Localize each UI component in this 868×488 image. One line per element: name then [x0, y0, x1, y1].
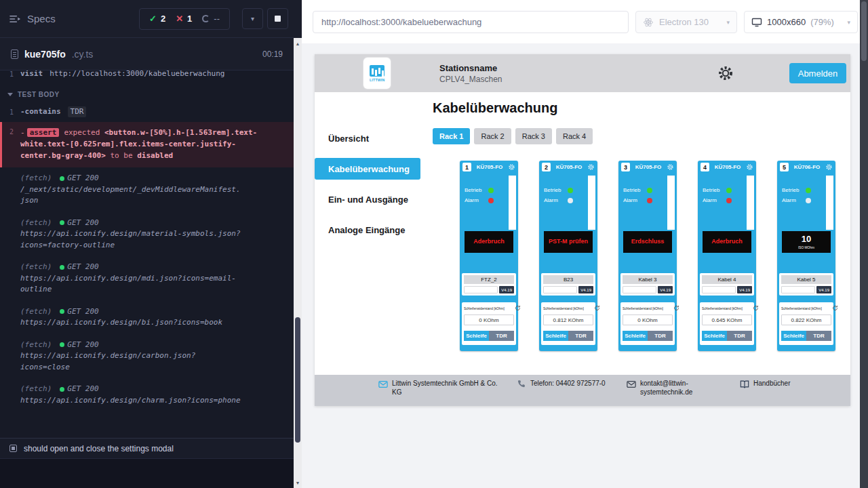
- device-settings-icon[interactable]: [667, 163, 674, 171]
- page-scrollbar-thumb[interactable]: [861, 1, 867, 61]
- contact-mail-icon: [378, 380, 388, 389]
- reporter-scrollbar[interactable]: ▲ ▼: [294, 0, 302, 488]
- sidebar-nav-item[interactable]: Ein- und Ausgänge: [315, 188, 420, 210]
- refresh-icon[interactable]: [594, 305, 600, 311]
- app-main: Kabelüberwachung Rack 1Rack 2Rack 3Rack …: [420, 92, 850, 375]
- refresh-icon[interactable]: [832, 305, 838, 311]
- viewport-select[interactable]: 1000x660 (79%) ▾: [744, 11, 858, 33]
- collapse-panel-button[interactable]: ▾: [242, 8, 263, 29]
- cable-name-field[interactable]: [623, 286, 656, 293]
- browser-toolbar: Electron 130 ▾ 1000x660 (79%) ▾: [302, 0, 860, 43]
- station-value: CPLV4_Maschen: [439, 75, 502, 84]
- cable-name-field[interactable]: [781, 286, 815, 293]
- device-measure-panel: Schleifenwiderstand [kOhm] 0 KOhm Schlei…: [620, 302, 675, 345]
- file-icon: [11, 49, 18, 59]
- cable-name: B23: [543, 275, 593, 284]
- app-window: LITTWIN Stationsname CPLV4_Maschen Abmel…: [315, 54, 850, 406]
- cable-name-field[interactable]: [702, 286, 736, 293]
- measure-label: Schleifenwiderstand [kOhm]: [543, 306, 584, 310]
- page-scrollbar[interactable]: [860, 0, 868, 488]
- fetch-url: https://api.iconify.design/bi.json?icons…: [20, 317, 244, 329]
- tdr-button[interactable]: TDR: [568, 331, 593, 341]
- stop-icon: [275, 16, 281, 22]
- footer-company: Littwin Systemtechnik GmbH & Co. KG: [378, 380, 507, 396]
- device-settings-icon[interactable]: [508, 163, 515, 171]
- refresh-icon[interactable]: [673, 305, 679, 311]
- rack-tab[interactable]: Rack 2: [474, 128, 511, 144]
- refresh-icon[interactable]: [753, 305, 759, 311]
- page-title: Kabelüberwachung: [433, 100, 850, 116]
- nav-item-label: Ein- und Ausgänge: [328, 195, 408, 205]
- device-settings-icon[interactable]: [825, 163, 833, 171]
- tdr-button[interactable]: TDR: [806, 331, 831, 341]
- cable-name-field[interactable]: [464, 286, 498, 293]
- footer-phone-text: Telefon: 04402 972577-0: [530, 380, 606, 388]
- scrollbar-cap: [294, 0, 302, 38]
- sidebar-nav-item[interactable]: Kabelüberwachung: [315, 158, 420, 180]
- schleife-button[interactable]: Schleife: [702, 331, 727, 341]
- fetch-status: GET 200: [67, 262, 98, 271]
- network-log-row[interactable]: (fetch)GET 200 https://api.iconify.desig…: [0, 334, 294, 379]
- schleife-button[interactable]: Schleife: [464, 331, 489, 341]
- test-stats[interactable]: ✓ 2 ✕ 1 --: [139, 8, 230, 30]
- phone-icon: [517, 380, 526, 389]
- scroll-up-arrow[interactable]: ▲: [294, 39, 302, 47]
- rack-tab[interactable]: Rack 1: [433, 128, 470, 144]
- network-log-row[interactable]: (fetch)GET 200 /_next/static/development…: [0, 167, 294, 212]
- device-settings-icon[interactable]: [587, 163, 595, 171]
- command-visit[interactable]: 1 visit http://localhost:3000/kabelueber…: [0, 70, 294, 83]
- refresh-icon[interactable]: [515, 305, 521, 311]
- scrollbar-thumb[interactable]: [295, 317, 300, 443]
- stop-tests-button[interactable]: [267, 8, 288, 29]
- schleife-button[interactable]: Schleife: [543, 331, 568, 341]
- resistance-value: 0 KOhm: [464, 314, 514, 325]
- scroll-down-arrow[interactable]: ▼: [294, 479, 302, 487]
- sidebar-nav-item[interactable]: Analoge Eingänge: [315, 219, 420, 241]
- network-log-row[interactable]: (fetch)GET 200 https://api.iconify.desig…: [0, 212, 294, 257]
- rack-tab[interactable]: Rack 4: [556, 128, 593, 144]
- alarm-led: [647, 198, 652, 203]
- browser-select[interactable]: Electron 130 ▾: [635, 11, 737, 33]
- tdr-button[interactable]: TDR: [648, 331, 673, 341]
- check-icon: ✓: [149, 14, 157, 24]
- command-contains[interactable]: 1 -contains TDR: [0, 104, 294, 121]
- device-model: KÜ705-FO: [553, 164, 585, 170]
- device-card-header: 5 KÜ706-FO: [777, 161, 835, 171]
- betrieb-label: Betrieb: [544, 187, 564, 193]
- sidebar-nav-item[interactable]: Übersicht: [315, 127, 420, 149]
- device-settings-icon[interactable]: [746, 163, 753, 171]
- assert-state: disabled: [137, 151, 173, 160]
- device-side-stripe: [509, 176, 516, 230]
- tdr-button[interactable]: TDR: [489, 331, 514, 341]
- chevron-down-icon: ▾: [847, 19, 850, 26]
- cable-name-field[interactable]: [543, 286, 577, 293]
- settings-gear-icon[interactable]: [717, 65, 734, 81]
- network-log-row[interactable]: (fetch)GET 200 https://api.iconify.desig…: [0, 378, 294, 411]
- spec-header[interactable]: kue705fo .cy.ts 00:19: [0, 38, 294, 70]
- network-log-row[interactable]: (fetch)GET 200 https://api.iconify.desig…: [0, 301, 294, 334]
- schleife-button[interactable]: Schleife: [623, 331, 648, 341]
- app-header: LITTWIN Stationsname CPLV4_Maschen Abmel…: [315, 54, 850, 92]
- specs-menu-button[interactable]: Specs: [9, 13, 56, 24]
- viewport-size: 1000x660: [767, 17, 806, 27]
- nav-item-label: Übersicht: [328, 134, 369, 144]
- failed-assert-command[interactable]: 2 -assertexpected <button.w-[50%].h-[1.5…: [0, 122, 294, 167]
- fetch-url: https://api.iconify.design/material-symb…: [20, 228, 244, 251]
- nav-item-label: Kabelüberwachung: [328, 164, 410, 174]
- network-logs: (fetch)GET 200 /_next/static/development…: [0, 167, 294, 411]
- network-log-row[interactable]: (fetch)GET 200 https://api.iconify.desig…: [0, 256, 294, 301]
- schleife-button[interactable]: Schleife: [781, 331, 806, 341]
- x-icon: ✕: [176, 14, 183, 24]
- footer-company-text: Littwin Systemtechnik GmbH & Co. KG: [392, 380, 507, 396]
- firmware-version: V4.19: [499, 286, 514, 293]
- pending-test-row[interactable]: should open and close the settings modal: [0, 438, 294, 458]
- url-input[interactable]: [313, 11, 629, 33]
- measure-label: Schleifenwiderstand [kOhm]: [623, 306, 663, 310]
- footer-manuals[interactable]: Handbücher: [740, 380, 790, 389]
- test-body-section[interactable]: TEST BODY: [0, 83, 294, 104]
- success-dot: [60, 265, 64, 270]
- betrieb-led: [806, 188, 811, 193]
- tdr-button[interactable]: TDR: [727, 331, 752, 341]
- logout-button[interactable]: Abmelden: [789, 63, 846, 83]
- rack-tab[interactable]: Rack 3: [515, 128, 552, 144]
